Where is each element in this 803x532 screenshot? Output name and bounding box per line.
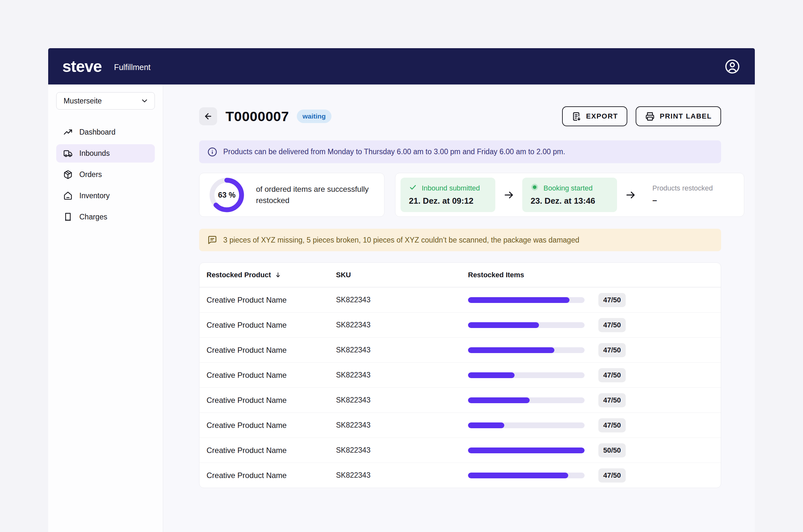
product-name: Creative Product Name xyxy=(207,421,336,430)
info-banner: Products can be delivered from Monday to… xyxy=(199,140,721,163)
export-button-label: EXPORT xyxy=(586,112,618,120)
user-avatar-button[interactable] xyxy=(724,58,741,75)
restock-progress-track xyxy=(468,372,585,378)
table-row: Creative Product Name SK822343 47/50 xyxy=(199,362,721,387)
sidebar-item-inventory[interactable]: Inventory xyxy=(56,187,155,205)
print-label-button[interactable]: PRINT LABEL xyxy=(636,106,721,126)
product-sku: SK822343 xyxy=(336,346,468,354)
restock-count-badge: 47/50 xyxy=(598,343,626,357)
export-button[interactable]: EXPORT xyxy=(562,106,627,126)
trending-up-icon xyxy=(63,128,73,137)
restock-progress-track xyxy=(468,397,585,403)
product-name: Creative Product Name xyxy=(207,296,336,305)
app-window: steve Fulfillment Musterseite xyxy=(48,48,755,532)
product-name: Creative Product Name xyxy=(207,371,336,380)
app-body: Musterseite Dashboard Inboun xyxy=(48,84,755,532)
chevron-down-icon xyxy=(140,97,149,105)
back-button[interactable] xyxy=(199,107,217,125)
restock-progress-fill xyxy=(468,448,585,453)
restock-progress-track xyxy=(468,473,585,478)
restocked-products-table: Restocked Product SKU Restocked Items xyxy=(199,263,721,488)
timeline-step-date: 21. Dez. at 09:12 xyxy=(409,196,487,206)
home-icon xyxy=(63,191,73,201)
info-banner-text: Products can be delivered from Monday to… xyxy=(223,148,565,156)
product-sku: SK822343 xyxy=(336,446,468,455)
product-sku: SK822343 xyxy=(336,471,468,480)
timeline-card: Inbound submitted 21. Dez. at 09:12 xyxy=(395,173,744,217)
arrow-right-icon xyxy=(503,189,515,201)
timeline-step-booking-started: Booking started 23. Dez. at 13:46 xyxy=(522,178,617,212)
restock-progress-track xyxy=(468,448,585,453)
sidebar-item-inbounds[interactable]: Inbounds xyxy=(56,144,155,163)
product-sku: SK822343 xyxy=(336,421,468,430)
donut-percent-label: 63 % xyxy=(209,177,245,213)
info-icon xyxy=(208,147,217,157)
workspace-select[interactable]: Musterseite xyxy=(56,92,155,110)
note-banner-text: 3 pieces of XYZ missing, 5 pieces broken… xyxy=(223,236,579,245)
restock-progress-fill xyxy=(468,297,570,303)
product-name: Fulfillment xyxy=(114,63,151,72)
column-restocked-product[interactable]: Restocked Product xyxy=(207,271,336,279)
column-sku: SKU xyxy=(336,271,468,279)
table-header: Restocked Product SKU Restocked Items xyxy=(199,263,721,287)
timeline-step-inbound-submitted: Inbound submitted 21. Dez. at 09:12 xyxy=(401,178,495,212)
restock-progress-fill xyxy=(468,322,539,328)
product-name: Creative Product Name xyxy=(207,321,336,329)
user-circle-icon xyxy=(725,59,740,74)
sidebar-item-label: Inbounds xyxy=(79,149,110,158)
table-row: Creative Product Name SK822343 50/50 xyxy=(199,438,721,462)
note-banner: 3 pieces of XYZ missing, 5 pieces broken… xyxy=(199,229,721,251)
table-row: Creative Product Name SK822343 47/50 xyxy=(199,312,721,337)
restock-count-badge: 47/50 xyxy=(598,293,626,307)
restock-progress-track xyxy=(468,422,585,428)
sidebar-item-dashboard[interactable]: Dashboard xyxy=(56,123,155,141)
export-icon xyxy=(571,112,581,121)
brand-logo: steve xyxy=(62,58,102,75)
product-sku: SK822343 xyxy=(336,396,468,404)
restock-progress-fill xyxy=(468,372,515,378)
sidebar-item-orders[interactable]: Orders xyxy=(56,166,155,184)
title-actions: EXPORT PRINT LABEL xyxy=(562,106,721,126)
product-sku: SK822343 xyxy=(336,321,468,329)
message-square-icon xyxy=(208,235,217,245)
sidebar-item-label: Orders xyxy=(79,170,102,179)
table-row: Creative Product Name SK822343 47/50 xyxy=(199,387,721,413)
dot-icon xyxy=(531,183,539,193)
restock-count-badge: 50/50 xyxy=(598,443,626,457)
product-sku: SK822343 xyxy=(336,296,468,304)
timeline-step-label: Inbound submitted xyxy=(422,184,480,192)
restock-count-badge: 47/50 xyxy=(598,318,626,332)
workspace-select-value: Musterseite xyxy=(63,97,102,106)
printer-icon xyxy=(645,112,655,121)
timeline-step-label: Booking started xyxy=(543,184,593,192)
restock-progress-fill xyxy=(468,347,554,353)
cards-row: 63 % of ordered items are successfully r… xyxy=(199,173,721,217)
timeline-step-date: 23. Dez. at 13:46 xyxy=(531,196,609,206)
table-row: Creative Product Name SK822343 47/50 xyxy=(199,337,721,362)
sort-down-icon xyxy=(275,271,281,278)
donut-chart: 63 % xyxy=(209,177,245,213)
restock-count-badge: 47/50 xyxy=(598,368,626,382)
sidebar-item-charges[interactable]: Charges xyxy=(56,208,155,226)
status-badge: waiting xyxy=(297,110,331,123)
timeline-step-products-restocked: Products restocked – xyxy=(644,178,739,211)
product-name: Creative Product Name xyxy=(207,396,336,405)
sidebar-item-label: Dashboard xyxy=(79,128,116,136)
sidebar-nav: Dashboard Inbounds Orders xyxy=(56,123,155,226)
check-icon xyxy=(409,183,417,193)
restock-progress-fill xyxy=(468,422,504,428)
product-name: Creative Product Name xyxy=(207,471,336,480)
restock-progress-track xyxy=(468,347,585,353)
column-restocked-items: Restocked Items xyxy=(468,271,714,279)
table-row: Creative Product Name SK822343 47/50 xyxy=(199,287,721,312)
table-row: Creative Product Name SK822343 47/50 xyxy=(199,462,721,488)
restock-progress-fill xyxy=(468,473,568,478)
restock-count-badge: 47/50 xyxy=(598,469,626,482)
restock-progress-track xyxy=(468,297,585,303)
package-icon xyxy=(63,170,73,179)
arrow-left-icon xyxy=(204,112,213,121)
restock-progress-fill xyxy=(468,397,530,403)
product-sku: SK822343 xyxy=(336,371,468,379)
top-bar: steve Fulfillment xyxy=(48,48,755,84)
sidebar: Musterseite Dashboard Inboun xyxy=(48,84,163,532)
